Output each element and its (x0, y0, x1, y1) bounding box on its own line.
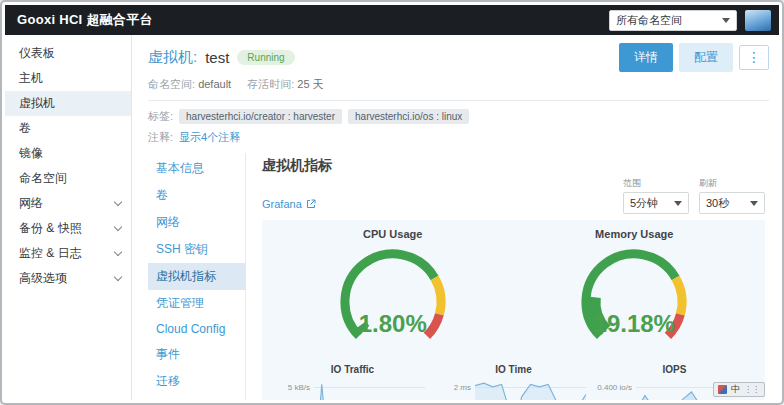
gauge-arc (549, 240, 719, 358)
resource-meta-row: 命名空间: default 存活时间: 25 天 (148, 77, 769, 92)
annotations-row: 注释: 显示4个注释 (148, 130, 769, 145)
sidebar-item-label: 虚拟机 (19, 95, 55, 112)
header-right: 所有命名空间 (609, 10, 771, 31)
sidebar-item-images[interactable]: 镜像 (5, 141, 131, 166)
refresh-control: 刷新 30秒 (699, 177, 765, 214)
io-time-plot (475, 377, 586, 400)
more-actions-button[interactable]: ⋮ (739, 45, 769, 69)
chevron-down-icon (750, 201, 758, 206)
grafana-link[interactable]: Grafana (262, 198, 316, 210)
gauge-title: Memory Usage (514, 228, 756, 240)
sidebar-item-label: 主机 (19, 70, 43, 87)
tab-networks[interactable]: 网络 (148, 209, 245, 236)
label-chip: harvesterhci.io/os : linux (348, 109, 469, 124)
top-header-bar: Gooxi HCI 超融合平台 所有命名空间 (5, 5, 779, 35)
app-body: 仪表板 主机 虚拟机 卷 镜像 命名空间 网络 备份 & 快照 监控 & 日志 … (5, 35, 779, 400)
refresh-select[interactable]: 30秒 (699, 192, 765, 214)
sidebar-item-label: 命名空间 (19, 170, 67, 187)
sidebar-item-label: 网络 (19, 195, 43, 212)
ime-toolbar[interactable]: 中 ⋮⋮ (713, 382, 765, 397)
sidebar-item-dashboard[interactable]: 仪表板 (5, 41, 131, 66)
tab-vm-metrics[interactable]: 虚拟机指标 (148, 263, 245, 290)
namespace-filter-value: 所有命名空间 (616, 13, 682, 28)
resource-name: test (205, 49, 229, 66)
external-link-icon (306, 199, 316, 209)
namespace-filter-select[interactable]: 所有命名空间 (609, 10, 737, 31)
io-traffic-chart-block: IO Traffic 5 kB/s 4 kB/s 3 kB/s (272, 364, 433, 400)
tab-ssh-keys[interactable]: SSH 密钥 (148, 236, 245, 263)
chevron-down-icon (114, 248, 122, 256)
chart-area: 2 ms 1.50 ms 1 ms (433, 377, 594, 400)
tab-basic-info[interactable]: 基本信息 (148, 155, 245, 182)
y-axis-ticks: 5 kB/s 4 kB/s 3 kB/s (272, 377, 314, 400)
sidebar-item-namespaces[interactable]: 命名空间 (5, 166, 131, 191)
y-tick: 2 ms (433, 382, 475, 400)
age-label: 存活时间: (247, 78, 294, 90)
range-select[interactable]: 5分钟 (623, 192, 689, 214)
chevron-down-icon (114, 273, 122, 281)
gauge-arc (308, 240, 478, 358)
chart-title: IO Time (433, 364, 594, 375)
age-meta: 存活时间: 25 天 (247, 77, 323, 92)
label-chip: harvesterhci.io/creator : harvester (179, 109, 342, 124)
sidebar-item-advanced[interactable]: 高级选项 (5, 266, 131, 291)
sidebar-item-networks[interactable]: 网络 (5, 191, 131, 216)
refresh-label: 刷新 (699, 177, 765, 190)
user-avatar[interactable] (745, 10, 771, 31)
gauge-title: CPU Usage (272, 228, 514, 240)
sidebar-item-virtual-machines[interactable]: 虚拟机 (5, 91, 131, 116)
range-control: 范围 5分钟 (623, 177, 689, 214)
chevron-down-icon (114, 198, 122, 206)
metrics-controls: 范围 5分钟 刷新 30秒 (623, 177, 765, 214)
sidebar-item-volumes[interactable]: 卷 (5, 116, 131, 141)
io-time-chart-block: IO Time 2 ms 1.50 ms 1 ms (433, 364, 594, 400)
details-button[interactable]: 详情 (619, 43, 673, 72)
sidebar-item-label: 镜像 (19, 145, 43, 162)
sidebar-item-backup-snapshot[interactable]: 备份 & 快照 (5, 216, 131, 241)
tab-cloud-config[interactable]: Cloud Config (148, 317, 245, 341)
app: Gooxi HCI 超融合平台 所有命名空间 仪表板 主机 虚拟机 卷 镜像 命… (5, 5, 779, 400)
config-button[interactable]: 配置 (679, 43, 733, 72)
tab-events[interactable]: 事件 (148, 341, 245, 368)
y-axis-ticks: 0.400 io/s 0.300 io/s 0.200 io/s (594, 377, 636, 400)
memory-usage-value: 19.18% (514, 310, 756, 338)
tab-credentials[interactable]: 凭证管理 (148, 290, 245, 317)
charts-panel: CPU Usage 1.80% (262, 220, 765, 400)
labels-row: 标签: harvesterhci.io/creator : harvester … (148, 109, 769, 124)
labels-label: 标签: (148, 109, 173, 124)
brand-title: Gooxi HCI 超融合平台 (17, 11, 153, 29)
show-annotations-link[interactable]: 显示4个注释 (179, 130, 240, 145)
memory-usage-gauge: Memory Usage 19.18% (514, 228, 756, 362)
y-axis-ticks: 2 ms 1.50 ms 1 ms (433, 377, 475, 400)
cpu-usage-gauge: CPU Usage 1.80% (272, 228, 514, 362)
sidebar-item-monitoring-logs[interactable]: 监控 & 日志 (5, 241, 131, 266)
sidebar-item-label: 卷 (19, 120, 31, 137)
namespace-value: default (198, 78, 231, 90)
sidebar: 仪表板 主机 虚拟机 卷 镜像 命名空间 网络 备份 & 快照 监控 & 日志 … (5, 35, 132, 400)
metrics-toolbar: Grafana 范围 5分钟 (262, 177, 765, 214)
status-badge: Running (237, 50, 294, 65)
tab-migration[interactable]: 迁移 (148, 368, 245, 395)
window-frame: Gooxi HCI 超融合平台 所有命名空间 仪表板 主机 虚拟机 卷 镜像 命… (0, 0, 784, 405)
tab-volumes[interactable]: 卷 (148, 182, 245, 209)
range-value: 5分钟 (630, 196, 658, 211)
detail-tab-nav: 基本信息 卷 网络 SSH 密钥 虚拟机指标 凭证管理 Cloud Config… (148, 153, 246, 400)
chevron-down-icon (722, 18, 730, 23)
sidebar-item-label: 仪表板 (19, 45, 55, 62)
ime-indicator-icon (718, 385, 727, 394)
annotations-label: 注释: (148, 130, 173, 145)
detail-content: 基本信息 卷 网络 SSH 密钥 虚拟机指标 凭证管理 Cloud Config… (148, 153, 769, 400)
gauge-row: CPU Usage 1.80% (272, 228, 755, 362)
namespace-meta: 命名空间: default (148, 77, 231, 92)
namespace-label: 命名空间: (148, 78, 195, 90)
sidebar-item-label: 高级选项 (19, 270, 67, 287)
resource-type-link[interactable]: 虚拟机: (148, 48, 197, 67)
age-value: 25 天 (297, 78, 323, 90)
main-content: 虚拟机: test Running 详情 配置 ⋮ 命名空间: default … (132, 35, 779, 400)
cpu-usage-value: 1.80% (272, 310, 514, 338)
metrics-title: 虚拟机指标 (262, 157, 765, 175)
sidebar-item-hosts[interactable]: 主机 (5, 66, 131, 91)
chart-title: IO Traffic (272, 364, 433, 375)
sidebar-item-label: 备份 & 快照 (19, 220, 82, 237)
chevron-down-icon (674, 201, 682, 206)
